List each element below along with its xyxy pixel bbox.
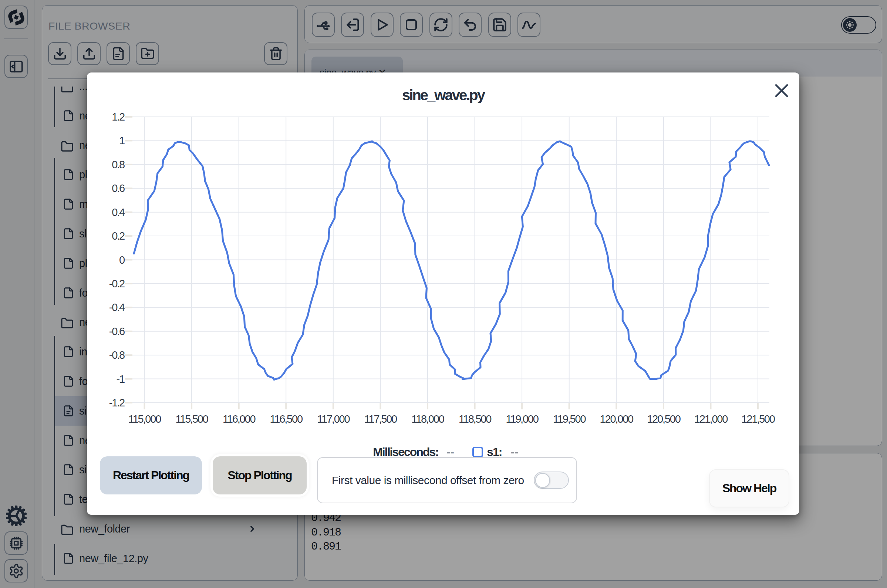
svg-text:-0.6: -0.6 <box>109 326 125 337</box>
svg-text:-0.8: -0.8 <box>109 349 125 361</box>
svg-text:117,500: 117,500 <box>364 413 397 425</box>
svg-text:1: 1 <box>119 135 125 147</box>
svg-text:0.8: 0.8 <box>112 159 125 171</box>
svg-text:116,500: 116,500 <box>270 413 303 425</box>
svg-text:119,500: 119,500 <box>553 413 585 425</box>
svg-text:118,500: 118,500 <box>459 413 491 425</box>
svg-text:0.2: 0.2 <box>112 230 125 242</box>
svg-text:-0.4: -0.4 <box>109 302 125 313</box>
svg-text:-1.2: -1.2 <box>109 397 125 409</box>
svg-text:-0.2: -0.2 <box>109 278 125 290</box>
svg-text:116,000: 116,000 <box>223 413 255 425</box>
svg-text:120,500: 120,500 <box>647 413 680 425</box>
svg-text:0.4: 0.4 <box>112 206 125 218</box>
svg-text:121,000: 121,000 <box>694 413 728 425</box>
svg-text:119,000: 119,000 <box>506 413 538 425</box>
svg-text:120,000: 120,000 <box>600 413 633 425</box>
svg-text:117,000: 117,000 <box>317 413 350 425</box>
svg-text:118,000: 118,000 <box>411 413 444 425</box>
svg-text:115,500: 115,500 <box>175 413 208 425</box>
svg-text:121,500: 121,500 <box>741 413 774 425</box>
svg-text:0.6: 0.6 <box>112 182 125 194</box>
svg-text:1.2: 1.2 <box>112 111 125 123</box>
svg-text:0: 0 <box>119 254 125 266</box>
svg-text:115,000: 115,000 <box>128 413 161 425</box>
svg-text:-1: -1 <box>117 373 125 385</box>
